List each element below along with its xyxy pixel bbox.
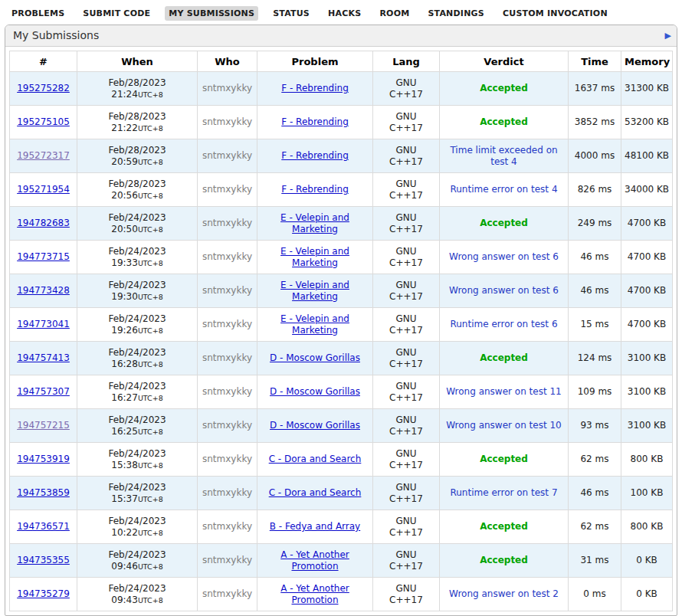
nav-tab-my-submissions[interactable]: MY SUBMISSIONS bbox=[165, 6, 258, 21]
problem-link[interactable]: E - Velepin and Marketing bbox=[280, 313, 349, 336]
verdict-label: Runtime error on test 6 bbox=[450, 319, 557, 329]
problem-link[interactable]: F - Rebrending bbox=[281, 116, 349, 127]
submission-id-link[interactable]: 195272317 bbox=[17, 150, 70, 161]
submission-exec-time-cell: 46 ms bbox=[569, 477, 621, 510]
submission-verdict-cell: Wrong answer on test 6 bbox=[440, 274, 569, 308]
expand-arrow-icon[interactable]: ▶ bbox=[665, 31, 671, 41]
submission-id-link[interactable]: 194753919 bbox=[17, 454, 70, 464]
nav-tab-problems[interactable]: PROBLEMS bbox=[8, 6, 68, 21]
submission-verdict-cell: Runtime error on test 4 bbox=[440, 173, 569, 207]
problem-link[interactable]: A - Yet Another Promotion bbox=[280, 549, 349, 572]
col-header-when: When bbox=[77, 51, 198, 72]
problem-link[interactable]: C - Dora and Search bbox=[269, 454, 362, 464]
nav-tab-hacks[interactable]: HACKS bbox=[324, 6, 365, 21]
submission-row: 194773041 Feb/24/2023 19:26UTC+8 sntmxyk… bbox=[10, 308, 673, 342]
submission-memory-cell: 53200 KB bbox=[621, 106, 673, 139]
submission-id-link[interactable]: 194782683 bbox=[17, 218, 70, 228]
submission-exec-time-cell: 46 ms bbox=[569, 274, 621, 308]
user-handle-link[interactable]: sntmxykky bbox=[202, 150, 252, 161]
submission-id-link[interactable]: 194735355 bbox=[17, 555, 70, 565]
user-handle-link[interactable]: sntmxykky bbox=[202, 251, 252, 262]
submission-time: 16:27UTC+8 bbox=[111, 392, 162, 403]
submission-memory-cell: 34000 KB bbox=[621, 173, 673, 207]
problem-link[interactable]: F - Rebrending bbox=[281, 83, 349, 93]
nav-tab-custom-invocation[interactable]: CUSTOM INVOCATION bbox=[499, 6, 612, 21]
problem-link[interactable]: C - Dora and Search bbox=[269, 487, 362, 498]
nav-tab-standings[interactable]: STANDINGS bbox=[424, 6, 487, 21]
submission-time: 21:22UTC+8 bbox=[111, 123, 162, 133]
problem-link[interactable]: E - Velepin and Marketing bbox=[280, 280, 349, 302]
problem-link[interactable]: D - Moscow Gorillas bbox=[270, 420, 360, 431]
submission-date: Feb/24/2023 bbox=[80, 516, 194, 527]
submission-row: 194757215 Feb/24/2023 16:25UTC+8 sntmxyk… bbox=[10, 409, 673, 443]
submission-date: Feb/24/2023 bbox=[80, 381, 194, 392]
submission-who-cell: sntmxykky bbox=[198, 510, 257, 544]
user-handle-link[interactable]: sntmxykky bbox=[202, 83, 252, 93]
submission-id-cell: 195275282 bbox=[10, 72, 77, 106]
memory-label: 800 KB bbox=[631, 521, 664, 532]
problem-link[interactable]: E - Velepin and Marketing bbox=[280, 246, 349, 268]
user-handle-link[interactable]: sntmxykky bbox=[202, 386, 252, 397]
user-handle-link[interactable]: sntmxykky bbox=[202, 487, 252, 498]
problem-link[interactable]: F - Rebrending bbox=[281, 184, 349, 195]
submission-who-cell: sntmxykky bbox=[198, 375, 257, 409]
submission-date: Feb/28/2023 bbox=[80, 111, 194, 123]
language-label: GNU C++17 bbox=[386, 77, 426, 100]
nav-tab-submit-code[interactable]: SUBMIT CODE bbox=[79, 6, 154, 21]
submission-verdict-cell: Accepted bbox=[440, 544, 569, 578]
memory-label: 3100 KB bbox=[628, 352, 666, 363]
submission-id-link[interactable]: 194773041 bbox=[17, 319, 70, 329]
problem-link[interactable]: F - Rebrending bbox=[281, 150, 349, 161]
submission-verdict-cell: Wrong answer on test 11 bbox=[440, 375, 569, 409]
user-handle-link[interactable]: sntmxykky bbox=[202, 588, 252, 599]
timezone-label: UTC+8 bbox=[138, 225, 163, 234]
submission-verdict-cell: Time limit exceeded on test 4 bbox=[440, 139, 569, 173]
problem-link[interactable]: B - Fedya and Array bbox=[270, 521, 360, 532]
problem-link[interactable]: D - Moscow Gorillas bbox=[270, 386, 360, 397]
submission-id-link[interactable]: 194757215 bbox=[17, 420, 70, 431]
submission-when-cell: Feb/28/2023 20:59UTC+8 bbox=[77, 139, 198, 173]
submission-when-cell: Feb/28/2023 21:24UTC+8 bbox=[77, 72, 198, 106]
submissions-table: # When Who Problem Lang Verdict Time Mem… bbox=[9, 51, 673, 611]
submission-id-link[interactable]: 194773428 bbox=[17, 285, 70, 296]
user-handle-link[interactable]: sntmxykky bbox=[202, 319, 252, 329]
verdict-label: Runtime error on test 4 bbox=[450, 184, 557, 195]
user-handle-link[interactable]: sntmxykky bbox=[202, 184, 252, 195]
submission-memory-cell: 48100 KB bbox=[621, 139, 673, 173]
submission-who-cell: sntmxykky bbox=[198, 308, 257, 342]
user-handle-link[interactable]: sntmxykky bbox=[202, 116, 252, 127]
problem-link[interactable]: D - Moscow Gorillas bbox=[270, 352, 360, 363]
submission-id-link[interactable]: 194736571 bbox=[17, 521, 70, 532]
user-handle-link[interactable]: sntmxykky bbox=[202, 521, 252, 532]
submission-id-cell: 194773715 bbox=[10, 241, 77, 274]
user-handle-link[interactable]: sntmxykky bbox=[202, 218, 252, 228]
submission-id-link[interactable]: 194773715 bbox=[17, 251, 70, 262]
submission-id-link[interactable]: 195275105 bbox=[17, 116, 70, 127]
memory-label: 0 KB bbox=[636, 588, 657, 599]
submission-id-link[interactable]: 194757413 bbox=[17, 352, 70, 363]
submission-id-link[interactable]: 195275282 bbox=[17, 83, 70, 93]
submission-row: 194757307 Feb/24/2023 16:27UTC+8 sntmxyk… bbox=[10, 375, 673, 409]
submission-id-link[interactable]: 194735279 bbox=[17, 588, 70, 599]
user-handle-link[interactable]: sntmxykky bbox=[202, 420, 252, 431]
nav-tab-status[interactable]: STATUS bbox=[269, 6, 313, 21]
submission-problem-cell: E - Velepin and Marketing bbox=[257, 207, 373, 241]
memory-label: 3100 KB bbox=[628, 420, 666, 431]
user-handle-link[interactable]: sntmxykky bbox=[202, 285, 252, 296]
submission-clock: 19:33 bbox=[111, 257, 138, 268]
timezone-label: UTC+8 bbox=[138, 529, 163, 537]
problem-link[interactable]: E - Velepin and Marketing bbox=[280, 212, 349, 234]
submission-lang-cell: GNU C++17 bbox=[373, 106, 440, 139]
submission-id-link[interactable]: 195271954 bbox=[17, 184, 70, 195]
user-handle-link[interactable]: sntmxykky bbox=[202, 352, 252, 363]
user-handle-link[interactable]: sntmxykky bbox=[202, 454, 252, 464]
submission-id-link[interactable]: 194757307 bbox=[17, 386, 70, 397]
table-header-row: # When Who Problem Lang Verdict Time Mem… bbox=[10, 51, 673, 72]
submission-when-cell: Feb/24/2023 16:27UTC+8 bbox=[77, 375, 198, 409]
nav-tab-room[interactable]: ROOM bbox=[375, 6, 413, 21]
problem-link[interactable]: A - Yet Another Promotion bbox=[280, 583, 349, 605]
user-handle-link[interactable]: sntmxykky bbox=[202, 555, 252, 565]
submission-id-link[interactable]: 194753859 bbox=[17, 487, 70, 498]
submission-row: 195275105 Feb/28/2023 21:22UTC+8 sntmxyk… bbox=[10, 106, 673, 139]
submission-exec-time-cell: 109 ms bbox=[569, 375, 621, 409]
